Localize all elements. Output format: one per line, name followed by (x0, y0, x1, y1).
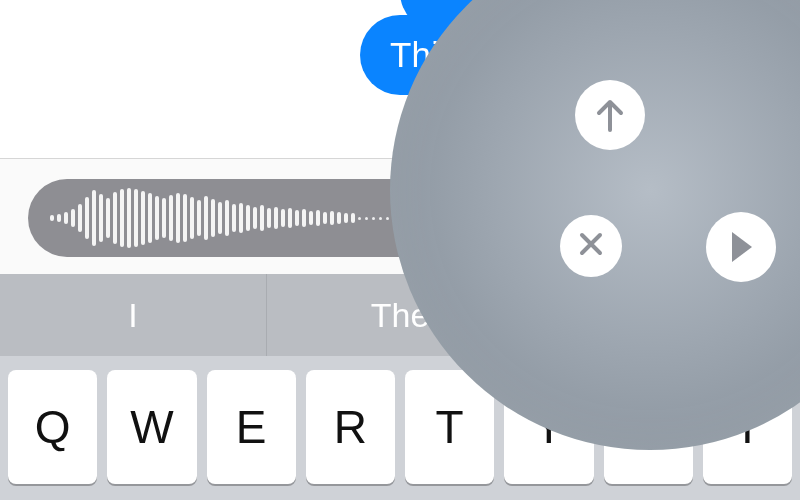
suggestion-1[interactable]: I (0, 274, 266, 356)
arrow-up-icon (593, 96, 627, 134)
waveform-icon (50, 179, 355, 257)
close-icon (577, 230, 605, 262)
key-w[interactable]: W (107, 370, 196, 484)
messages-screen: This a test mes 0:00 I The QWERTYUI (0, 0, 800, 500)
play-icon (726, 230, 756, 264)
key-e[interactable]: E (207, 370, 296, 484)
key-q[interactable]: Q (8, 370, 97, 484)
key-r[interactable]: R (306, 370, 395, 484)
send-audio-button[interactable] (575, 80, 645, 150)
play-audio-button[interactable] (706, 212, 776, 282)
cancel-audio-button[interactable] (560, 215, 622, 277)
